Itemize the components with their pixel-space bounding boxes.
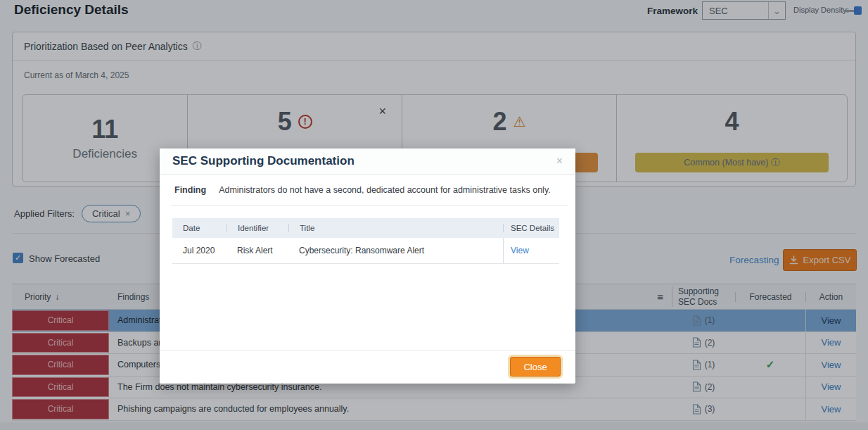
modal-footer: Close xyxy=(160,350,575,384)
sec-docs-modal: SEC Supporting Documentation × Finding A… xyxy=(160,148,575,384)
modal-title: SEC Supporting Documentation xyxy=(172,154,355,168)
finding-label: Finding xyxy=(174,185,206,195)
doc-sec-details: View xyxy=(503,238,559,263)
doc-date: Jul 2020 xyxy=(172,246,226,255)
modal-table-row: Jul 2020 Risk Alert Cybersecurity: Ranso… xyxy=(172,238,559,264)
modal-docs-table: Date Identifier Title SEC Details Jul 20… xyxy=(172,218,559,264)
modal-finding-row: Finding Administrators do not have a sec… xyxy=(174,185,551,195)
modal-header: SEC Supporting Documentation × xyxy=(160,148,575,175)
doc-identifier: Risk Alert xyxy=(226,246,288,255)
modal-table-header-row: Date Identifier Title SEC Details xyxy=(172,218,559,238)
divider xyxy=(171,205,568,206)
column-header-identifier: Identifier xyxy=(226,224,288,232)
column-header-sec-details: SEC Details xyxy=(503,224,559,232)
modal-close-icon[interactable]: × xyxy=(556,155,563,167)
column-header-title: Title xyxy=(288,224,503,232)
finding-value: Administrators do not have a second, ded… xyxy=(219,185,551,195)
doc-title: Cybersecurity: Ransomware Alert xyxy=(288,246,503,255)
sec-details-view-link[interactable]: View xyxy=(511,246,529,255)
close-button[interactable]: Close xyxy=(510,357,561,377)
column-header-date: Date xyxy=(172,224,226,232)
